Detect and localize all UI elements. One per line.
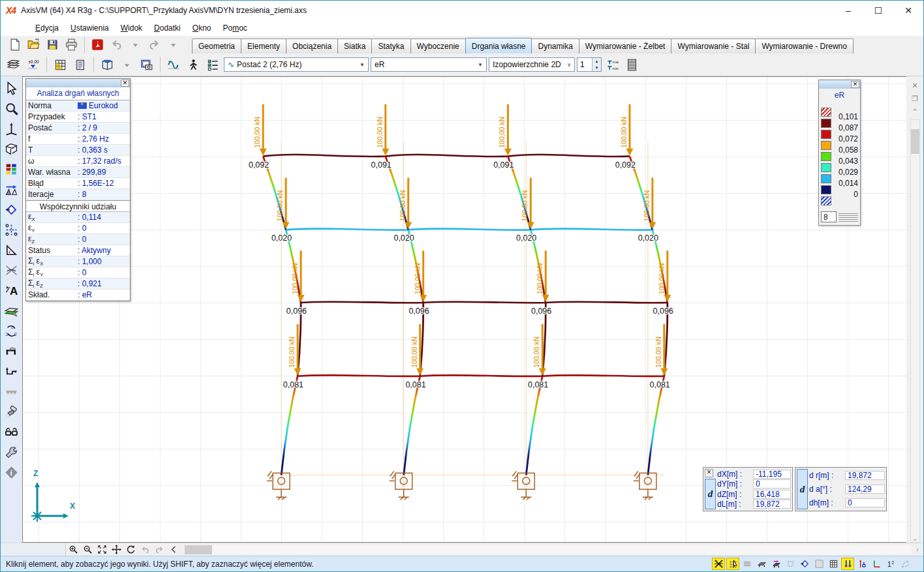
line-order-icon[interactable]: [2, 361, 22, 382]
panel-grip[interactable]: ✕: [819, 80, 860, 89]
info-book-icon[interactable]: [99, 56, 116, 74]
zoom-out-icon[interactable]: [80, 544, 95, 556]
open-folder-icon[interactable]: [25, 36, 42, 53]
layers-icon[interactable]: [5, 56, 22, 74]
render-torch-icon[interactable]: [2, 402, 22, 422]
tab-wymiarowanie-stal[interactable]: Wymiarowanie - Stal: [671, 38, 756, 53]
snap-crosshair-icon[interactable]: [712, 558, 725, 570]
pdf-export-icon[interactable]: [89, 36, 106, 53]
background-layers-icon[interactable]: [2, 301, 22, 321]
delta-button[interactable]: d: [797, 469, 808, 509]
geometry-check-icon[interactable]: [2, 200, 22, 220]
maximize-button[interactable]: ☐: [863, 1, 893, 20]
tab-drgania-własne[interactable]: Drgania własne: [465, 38, 532, 53]
scroll-right-icon[interactable]: ›: [912, 546, 923, 553]
tab-wymiarowanie-żelbet[interactable]: Wymiarowanie - Żelbet: [579, 38, 672, 53]
geometry-check-icon[interactable]: [798, 558, 811, 570]
tab-geometria[interactable]: Geometria: [192, 38, 241, 53]
tables-icon[interactable]: [52, 56, 69, 74]
view-redo-icon[interactable]: [152, 544, 166, 556]
close-icon[interactable]: ✕: [851, 81, 859, 88]
print-icon[interactable]: [63, 36, 80, 53]
view-restore-icon[interactable]: ❐: [910, 93, 920, 104]
scroll-down-icon[interactable]: ⌄: [912, 535, 917, 542]
vscroll-thumb[interactable]: [911, 129, 919, 154]
undo-icon[interactable]: [108, 36, 125, 53]
tab-elementy[interactable]: Elementy: [241, 38, 286, 53]
assemble-icon[interactable]: [2, 341, 22, 361]
global-axes-icon[interactable]: [870, 558, 883, 570]
mesh-icon[interactable]: [827, 558, 840, 570]
tab-statyka[interactable]: Statyka: [371, 38, 410, 53]
close-icon[interactable]: ✕: [121, 80, 129, 87]
model-canvas[interactable]: 100,00 kN0,092100,00 kN0,091100,00 kN0,0…: [22, 76, 906, 543]
display-options-icon[interactable]: [138, 56, 155, 74]
intersect-icon[interactable]: [2, 260, 22, 280]
save-icon[interactable]: [44, 36, 61, 53]
layers-off-icon[interactable]: [741, 558, 754, 570]
info-diamond-icon[interactable]: i: [2, 462, 22, 483]
dimension-lines-icon[interactable]: [2, 220, 22, 240]
zoom-fit-icon[interactable]: [95, 544, 109, 556]
drop-icon[interactable]: [127, 36, 144, 53]
animation-icon[interactable]: [185, 56, 202, 74]
tab-obciążenia[interactable]: Obciążenia: [286, 38, 338, 53]
zoom-in-icon[interactable]: [66, 544, 80, 556]
close-icon[interactable]: ✕: [705, 469, 713, 477]
menu-widok[interactable]: Widok: [115, 22, 148, 35]
scale-spinner[interactable]: 1 ▲▼: [577, 57, 602, 72]
minmax-icon[interactable]: maxmin: [604, 56, 621, 74]
close-button[interactable]: ✕: [893, 1, 923, 20]
selection-cursor-icon[interactable]: [2, 78, 22, 98]
workplane-shift-icon[interactable]: [769, 558, 782, 570]
glasses-icon[interactable]: [2, 422, 22, 442]
zoom-glass-icon[interactable]: [2, 98, 22, 119]
menu-ustawienia[interactable]: Ustawienia: [65, 22, 115, 35]
sketch-icon[interactable]: [899, 558, 912, 570]
elevation-level-icon[interactable]: ±0.00: [24, 56, 42, 74]
workplane-icon[interactable]: [755, 558, 768, 570]
view-close-icon[interactable]: ✕: [910, 80, 920, 91]
menu-okno[interactable]: Okno: [187, 22, 217, 35]
workplanes-icon[interactable]: [2, 139, 22, 159]
view-axes-icon[interactable]: [2, 119, 22, 139]
legend-level-count[interactable]: 8: [821, 211, 837, 222]
grid-snap-icon[interactable]: [726, 558, 739, 570]
iso-strip-icon[interactable]: [623, 56, 641, 74]
drop-icon[interactable]: [164, 36, 182, 53]
vertical-scrollbar[interactable]: ⌄: [910, 119, 920, 543]
result-component-combo[interactable]: eR ▼: [371, 57, 487, 72]
rotate-icon[interactable]: [123, 544, 138, 556]
vibration-mode-icon[interactable]: ut: [165, 56, 183, 74]
polyline-icon[interactable]: [812, 558, 825, 570]
detach-gray-icon[interactable]: [2, 382, 22, 402]
color-coding-icon[interactable]: [2, 159, 22, 179]
view-undo-icon[interactable]: [138, 544, 152, 556]
menu-dodatki[interactable]: Dodatki: [148, 22, 187, 35]
geometry-transform-icon[interactable]: [2, 179, 22, 200]
display-mode-combo[interactable]: Izopowierzchnie 2D ∨: [489, 57, 575, 72]
protractor-icon[interactable]: [2, 240, 22, 260]
new-document-icon[interactable]: [6, 36, 23, 53]
panel-grip[interactable]: ✕: [26, 79, 130, 87]
scroll-up-icon[interactable]: ⌃: [910, 106, 920, 117]
redo-icon[interactable]: [146, 36, 163, 53]
renumber-icon[interactable]: 132: [2, 321, 22, 341]
tab-wyboczenie[interactable]: Wyboczenie: [410, 38, 466, 53]
hscroll-track[interactable]: [212, 545, 912, 554]
mode-shape-combo[interactable]: ∿ Postać 2 (2,76 Hz) ▼: [224, 57, 369, 72]
clipbox-icon[interactable]: [784, 558, 797, 570]
wrench-icon[interactable]: [2, 442, 22, 462]
hscroll-thumb[interactable]: [185, 545, 212, 554]
result-display-params-icon[interactable]: [204, 56, 222, 74]
tab-dynamika[interactable]: Dynamika: [531, 38, 579, 53]
pan-icon[interactable]: [109, 544, 123, 556]
local-systems-icon[interactable]: [855, 558, 869, 570]
spin-down-icon[interactable]: ▼: [593, 65, 601, 71]
spin-up-icon[interactable]: ▲: [593, 58, 601, 65]
report-maker-icon[interactable]: [71, 56, 89, 74]
delta-button[interactable]: d: [705, 479, 716, 509]
numbering-icon[interactable]: 12: [884, 558, 897, 570]
tab-siatka[interactable]: Siatka: [337, 38, 372, 53]
drop-icon[interactable]: [118, 56, 136, 74]
